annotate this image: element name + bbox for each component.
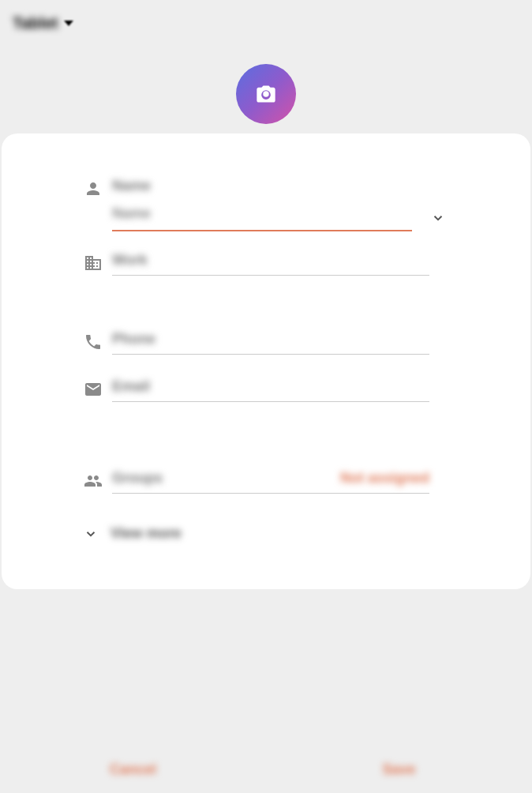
phone-label: Phone xyxy=(112,331,155,347)
view-more-label: View more xyxy=(111,525,182,542)
name-field-row: Name Name xyxy=(14,178,518,228)
chevron-down-icon[interactable] xyxy=(431,211,445,225)
save-button[interactable]: Save xyxy=(266,746,532,793)
groups-icon xyxy=(84,472,103,490)
building-icon xyxy=(84,254,103,272)
person-icon xyxy=(84,179,103,198)
camera-icon xyxy=(255,83,277,105)
work-field-row: Work xyxy=(14,252,518,276)
phone-input[interactable]: Phone xyxy=(112,331,429,355)
groups-field-row: Groups Not assigned xyxy=(14,470,518,494)
groups-value: Not assigned xyxy=(340,470,429,487)
email-field-row: Email xyxy=(14,378,518,402)
work-input[interactable]: Work xyxy=(112,252,429,276)
dropdown-arrow-icon xyxy=(64,21,73,26)
header-bar[interactable]: Tablet xyxy=(0,0,532,39)
name-input-wrapper: Name xyxy=(112,204,445,231)
account-selector-label: Tablet xyxy=(13,14,58,32)
work-label: Work xyxy=(112,252,148,268)
name-placeholder: Name xyxy=(112,205,151,221)
chevron-down-icon xyxy=(84,527,98,541)
view-more-toggle[interactable]: View more xyxy=(14,525,518,542)
groups-input[interactable]: Groups Not assigned xyxy=(112,470,429,494)
contact-card: Name Name Work Phone xyxy=(2,133,530,589)
cancel-button[interactable]: Cancel xyxy=(0,746,266,793)
name-label: Name xyxy=(112,178,445,194)
name-input[interactable]: Name xyxy=(112,205,412,231)
email-label: Email xyxy=(112,378,150,394)
phone-field-row: Phone xyxy=(14,331,518,355)
groups-label: Groups xyxy=(112,470,163,487)
phone-icon xyxy=(84,333,103,351)
bottom-action-bar: Cancel Save xyxy=(0,746,532,793)
email-input[interactable]: Email xyxy=(112,378,429,402)
avatar-upload[interactable] xyxy=(236,64,296,124)
email-icon xyxy=(84,380,103,399)
